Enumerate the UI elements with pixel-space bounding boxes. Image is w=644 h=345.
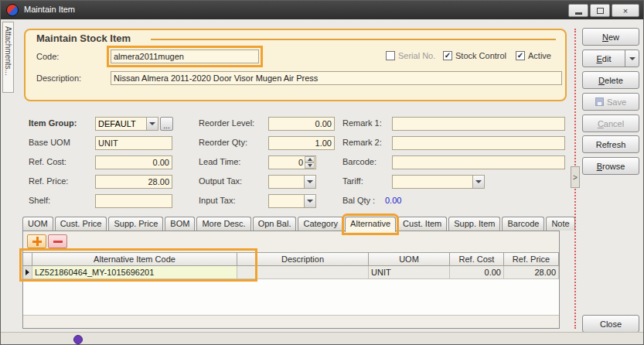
grid-row[interactable]: LZ521860464_MY-1015696201 UNIT 0.00 28.0… <box>23 266 559 279</box>
bal-qty-label: Bal Qty : <box>342 196 375 205</box>
grid-header-row: Alternative Item Code Description UOM Re… <box>23 252 559 266</box>
remove-row-button[interactable] <box>48 234 67 248</box>
browse-button[interactable]: Browse <box>582 157 639 175</box>
input-tax-combo[interactable] <box>268 194 316 208</box>
grid-header-alt-item-code[interactable]: Alternative Item Code <box>32 252 237 266</box>
base-uom-field[interactable]: UNIT <box>95 136 172 150</box>
lead-time-spinner[interactable] <box>305 156 315 169</box>
maintain-item-window: Maintain Item × Attachments... Maintain … <box>0 0 644 345</box>
title-bar[interactable]: Maintain Item × <box>1 1 643 19</box>
code-field[interactable]: almera2011mugen <box>111 50 259 63</box>
active-label: Active <box>528 51 551 60</box>
tariff-value <box>393 176 472 188</box>
tariff-dropdown-icon[interactable] <box>472 176 484 188</box>
new-button[interactable]: New <box>582 28 639 46</box>
save-button[interactable]: Save <box>582 93 639 111</box>
close-button[interactable]: Close <box>582 315 639 333</box>
browse-button-label: Browse <box>597 162 625 171</box>
status-icon <box>73 335 83 344</box>
add-row-button[interactable] <box>27 234 46 248</box>
tab-bom[interactable]: BOM <box>165 217 195 231</box>
tab-opn-bal[interactable]: Opn Bal. <box>253 217 297 231</box>
tab-alternative[interactable]: Alternative <box>345 217 396 232</box>
edit-button[interactable]: Edit <box>582 50 639 67</box>
tab-note[interactable]: Note <box>546 217 574 231</box>
lead-time-label: Lead Time: <box>199 157 240 166</box>
ref-cost-field[interactable]: 0.00 <box>95 155 172 169</box>
serial-no-checkbox[interactable]: Serial No. <box>386 51 435 60</box>
tab-uom[interactable]: UOM <box>22 217 53 231</box>
minus-icon <box>53 241 63 243</box>
grid-header-indicator <box>23 252 32 266</box>
cancel-button[interactable]: Cancel <box>582 114 639 132</box>
tab-barcode[interactable]: Barcode <box>502 217 544 231</box>
alternative-grid: Alternative Item Code Description UOM Re… <box>23 252 559 316</box>
ref-price-label: Ref. Price: <box>29 176 68 186</box>
input-tax-label: Input Tax: <box>199 196 236 205</box>
item-group-dropdown-icon[interactable] <box>146 118 158 130</box>
spinner-down-icon[interactable] <box>305 162 315 169</box>
maximize-button[interactable] <box>590 4 610 17</box>
output-tax-combo[interactable] <box>268 175 316 189</box>
stock-control-checkbox[interactable]: ✓ Stock Control <box>443 51 506 60</box>
reorder-qty-label: Reorder Qty: <box>199 138 247 147</box>
reorder-qty-field[interactable]: 1.00 <box>268 136 335 150</box>
reorder-level-field[interactable]: 0.00 <box>268 117 335 131</box>
serial-no-checkbox-box[interactable] <box>386 51 395 60</box>
bottom-strip <box>1 332 643 345</box>
spinner-up-icon[interactable] <box>305 156 315 162</box>
input-tax-dropdown-icon[interactable] <box>304 195 315 207</box>
delete-button[interactable]: Delete <box>582 71 639 89</box>
ref-price-field[interactable]: 28.00 <box>95 175 172 189</box>
remark2-field[interactable] <box>392 136 565 150</box>
stock-item-groupbox: Maintain Stock Item Code: almera2011muge… <box>24 29 567 101</box>
edit-button-main[interactable]: Edit <box>583 50 625 67</box>
tab-more-desc[interactable]: More Desc. <box>196 217 250 231</box>
description-label: Description: <box>36 73 81 83</box>
delete-button-label: Delete <box>598 76 623 85</box>
reorder-level-label: Reorder Level: <box>199 118 254 128</box>
cancel-button-label: Cancel <box>598 119 624 128</box>
grid-header-uom[interactable]: UOM <box>369 252 450 266</box>
serial-no-label: Serial No. <box>398 51 435 60</box>
cell-ref-price[interactable]: 28.00 <box>504 266 559 279</box>
code-label: Code: <box>36 52 59 61</box>
minimize-button[interactable] <box>568 4 588 17</box>
remark1-label: Remark 1: <box>342 118 382 128</box>
shelf-field[interactable] <box>95 194 172 208</box>
stock-control-checkbox-box[interactable]: ✓ <box>443 51 452 60</box>
cell-ref-cost[interactable]: 0.00 <box>450 266 504 279</box>
stock-control-label: Stock Control <box>455 51 506 60</box>
item-group-more-button[interactable]: ... <box>160 117 173 131</box>
description-field[interactable]: Nissan Almera 2011-2020 Door Visor Mugen… <box>111 71 562 85</box>
refresh-button[interactable]: Refresh <box>582 135 639 153</box>
active-checkbox[interactable]: ✓ Active <box>516 51 551 60</box>
tariff-combo[interactable] <box>392 175 485 189</box>
tab-supp-price[interactable]: Supp. Price <box>108 217 163 231</box>
row-indicator-cell <box>23 266 32 279</box>
tab-cust-price[interactable]: Cust. Price <box>55 217 107 231</box>
tab-category[interactable]: Category <box>298 217 343 231</box>
groupbox-title-rule <box>151 39 556 40</box>
cell-uom[interactable]: UNIT <box>369 266 450 279</box>
tab-supp-item[interactable]: Supp. Item <box>448 217 500 231</box>
grid-header-ref-cost[interactable]: Ref. Cost <box>450 252 504 266</box>
tariff-label: Tariff: <box>342 176 363 186</box>
active-checkbox-box[interactable]: ✓ <box>516 51 525 60</box>
item-group-label: Item Group: <box>29 118 77 128</box>
remark1-field[interactable] <box>392 117 565 131</box>
close-window-button[interactable]: × <box>612 4 639 17</box>
barcode-label: Barcode: <box>342 157 377 166</box>
tab-cust-item[interactable]: Cust. Item <box>397 217 447 231</box>
cell-alt-item-code[interactable]: LZ521860464_MY-1015696201 <box>32 266 237 279</box>
grid-header-description[interactable]: Description <box>237 252 369 266</box>
grid-header-ref-price[interactable]: Ref. Price <box>504 252 559 266</box>
output-tax-dropdown-icon[interactable] <box>304 176 315 188</box>
cell-description[interactable] <box>237 266 369 279</box>
panel-splitter[interactable]: > <box>571 166 580 188</box>
detail-tabs: UOM Cust. Price Supp. Price BOM More Des… <box>22 217 575 231</box>
item-group-combo[interactable]: DEFAULT <box>95 117 158 131</box>
barcode-field[interactable] <box>392 155 565 169</box>
attachments-tab[interactable]: Attachments... <box>2 22 14 93</box>
edit-dropdown-button[interactable] <box>625 50 639 67</box>
